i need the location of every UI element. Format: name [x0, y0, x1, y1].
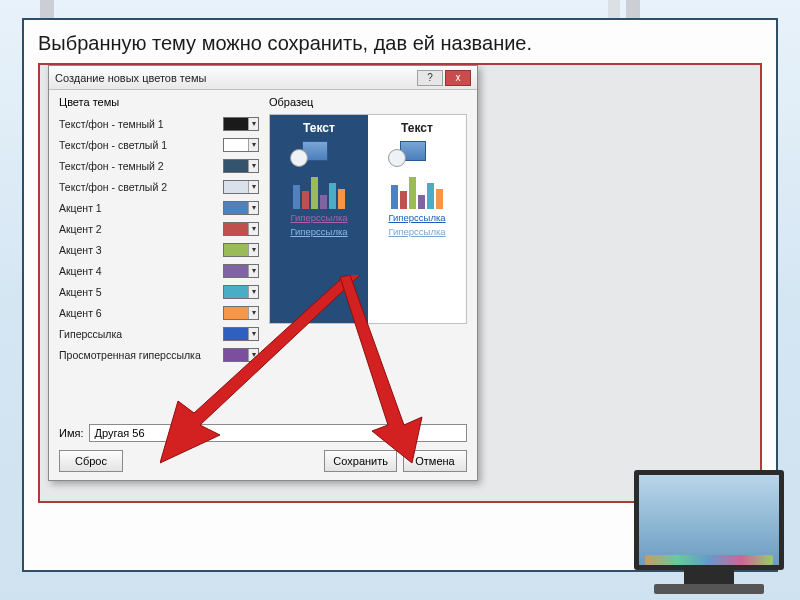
- preview-light-text: Текст: [401, 121, 433, 135]
- dock-icon: [645, 555, 773, 565]
- chart-bar: [418, 195, 425, 209]
- color-row: Текст/фон - темный 1▾: [59, 114, 259, 134]
- screenshot-area: Создание новых цветов темы ? x Цвета тем…: [38, 63, 762, 503]
- chart-bar: [391, 185, 398, 209]
- color-swatch-dropdown[interactable]: ▾: [223, 180, 259, 194]
- color-label: Гиперссылка: [59, 328, 122, 340]
- color-label: Текст/фон - темный 1: [59, 118, 164, 130]
- color-row: Текст/фон - светлый 1▾: [59, 135, 259, 155]
- color-row: Текст/фон - темный 2▾: [59, 156, 259, 176]
- chevron-down-icon: ▾: [248, 118, 258, 130]
- chart-bar: [311, 177, 318, 209]
- name-label: Имя:: [59, 427, 83, 439]
- dialog-titlebar[interactable]: Создание новых цветов темы ? x: [49, 66, 477, 90]
- chevron-down-icon: ▾: [248, 181, 258, 193]
- chevron-down-icon: ▾: [248, 202, 258, 214]
- hyperlink-dark-2[interactable]: Гиперссылка: [290, 226, 347, 237]
- color-label: Акцент 3: [59, 244, 102, 256]
- chevron-down-icon: ▾: [248, 139, 258, 151]
- color-label: Акцент 1: [59, 202, 102, 214]
- svg-marker-1: [340, 275, 422, 463]
- color-label: Акцент 4: [59, 265, 102, 277]
- monitor-graphic: [634, 470, 784, 594]
- chart-bar: [436, 189, 443, 209]
- chevron-down-icon: ▾: [248, 244, 258, 256]
- help-button[interactable]: ?: [417, 70, 443, 86]
- color-label: Текст/фон - светлый 2: [59, 181, 167, 193]
- sample-section-label: Образец: [269, 96, 467, 108]
- chart-bar: [400, 191, 407, 209]
- color-swatch-dropdown[interactable]: ▾: [223, 243, 259, 257]
- color-swatch-dropdown[interactable]: ▾: [223, 201, 259, 215]
- slide-caption: Выбранную тему можно сохранить, дав ей н…: [38, 32, 762, 55]
- color-label: Текст/фон - светлый 1: [59, 139, 167, 151]
- chart-bar: [409, 177, 416, 209]
- color-label: Акцент 6: [59, 307, 102, 319]
- color-label: Текст/фон - темный 2: [59, 160, 164, 172]
- color-row: Акцент 1▾: [59, 198, 259, 218]
- close-button[interactable]: x: [445, 70, 471, 86]
- color-label: Акцент 2: [59, 223, 102, 235]
- color-swatch-dropdown[interactable]: ▾: [223, 222, 259, 236]
- chart-bar: [329, 183, 336, 209]
- color-swatch-dropdown[interactable]: ▾: [223, 159, 259, 173]
- color-row: Акцент 3▾: [59, 240, 259, 260]
- color-swatch-dropdown[interactable]: ▾: [223, 138, 259, 152]
- chart-bar: [293, 185, 300, 209]
- color-row: Акцент 2▾: [59, 219, 259, 239]
- chevron-down-icon: ▾: [248, 223, 258, 235]
- arrow-to-save: [310, 275, 450, 475]
- chart-bar: [427, 183, 434, 209]
- hyperlink-dark-1[interactable]: Гиперссылка: [290, 212, 347, 223]
- chevron-down-icon: ▾: [248, 160, 258, 172]
- color-label: Акцент 5: [59, 286, 102, 298]
- chart-bar: [338, 189, 345, 209]
- chart-bar: [302, 191, 309, 209]
- hyperlink-light-1[interactable]: Гиперссылка: [388, 212, 445, 223]
- hyperlink-light-2[interactable]: Гиперссылка: [388, 226, 445, 237]
- dialog-title: Создание новых цветов темы: [55, 72, 206, 84]
- preview-dark-text: Текст: [303, 121, 335, 135]
- reset-button[interactable]: Сброс: [59, 450, 123, 472]
- color-row: Текст/фон - светлый 2▾: [59, 177, 259, 197]
- color-swatch-dropdown[interactable]: ▾: [223, 117, 259, 131]
- colors-section-label: Цвета темы: [59, 96, 259, 108]
- chart-bar: [320, 195, 327, 209]
